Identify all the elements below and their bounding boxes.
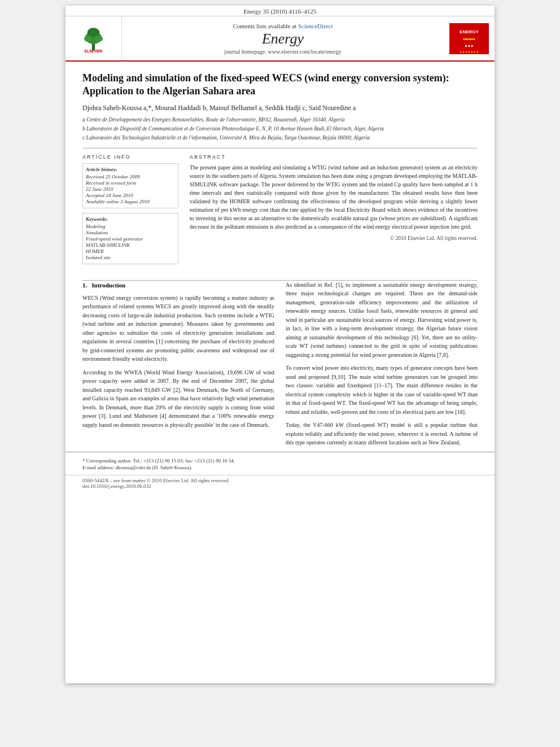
section-divider [82, 148, 478, 148]
copyright-notice: © 2010 Elsevier Ltd. All rights reserved… [190, 234, 478, 242]
journal-center-info: Contents lists available at ScienceDirec… [122, 16, 444, 60]
journal-homepage: journal homepage: www.elsevier.com/locat… [224, 49, 341, 55]
intro-para-2: According to the WWEA (World Wind Energy… [82, 368, 274, 430]
abstract-label: ABSTRACT [190, 154, 478, 160]
intro-heading: 1. Introduction [82, 281, 274, 290]
keywords-box: Keywords: Modeling Simulation Fixed-spee… [82, 213, 178, 264]
corresponding-author-note: * Corresponding author. Tel.: +213 (21) … [82, 458, 478, 464]
affiliations-block: a Centre de Développement des Energies R… [82, 116, 478, 142]
energy-journal-icon: ENERGY ■■■■■■ ■ ■ ■ ▲▲▲▲▲▲▲ [449, 23, 489, 54]
svg-point-4 [84, 36, 93, 42]
sciencedirect-link[interactable]: ScienceDirect [298, 23, 333, 29]
svg-text:ELSEVIER: ELSEVIER [85, 49, 103, 53]
journal-reference-bar: Energy 35 (2010) 4116–4125 [65, 6, 495, 16]
article-history-box: Article history: Received 25 October 200… [82, 163, 178, 208]
keyword-6: Isolated site [86, 255, 175, 260]
authors-line: Djohra Saheb-Koussa a,*, Mourad Haddadi … [82, 104, 478, 112]
svg-text:ENERGY: ENERGY [460, 29, 479, 34]
footnote-area: * Corresponding author. Tel.: +213 (21) … [65, 452, 495, 475]
affiliation-b: b Laboratoire de Dispositif de Communica… [82, 125, 478, 133]
keyword-3: Fixed-speed wind generator [86, 236, 175, 242]
intro-number: 1. [82, 282, 87, 289]
affiliation-a: a Centre de Développement des Energies R… [82, 116, 478, 124]
right-para-3: Today, the V47-660 kW (fixed-speed WT) m… [286, 421, 478, 447]
svg-point-5 [94, 36, 103, 42]
keyword-1: Modeling [86, 224, 175, 229]
body-left-column: 1. Introduction WECS (Wind energy conver… [82, 281, 274, 452]
svg-text:■ ■ ■: ■ ■ ■ [465, 44, 474, 47]
info-abstract-columns: ARTICLE INFO Article history: Received 2… [82, 154, 478, 264]
right-para-2: To convert wind power into electricity, … [286, 364, 478, 416]
contents-available-text: Contents lists available at [233, 23, 298, 29]
available-label: Available online 3 August 2010 [86, 199, 175, 204]
intro-para-1: WECS (Wind energy conversion system) is … [82, 294, 274, 364]
received-date: Received 25 October 2009 [86, 174, 175, 180]
abstract-text: The present paper aims at modeling and s… [190, 163, 478, 242]
email-note: E-mail address: dkoussa@cder.dz (D. Sahe… [82, 465, 478, 470]
journal-header: ELSEVIER Contents lists available at Sci… [65, 16, 495, 62]
doi-text: doi:10.1016/j.energy.2010.06.032 [82, 483, 478, 489]
elsevier-logo-area: ELSEVIER [65, 16, 122, 60]
issn-text: 0360-5442/$ – see front matter © 2010 El… [82, 478, 478, 483]
article-page: Energy 35 (2010) 4116–4125 ELSEVIER C [65, 6, 495, 683]
svg-text:■■■■■■: ■■■■■■ [463, 37, 475, 41]
energy-logo-area: ENERGY ■■■■■■ ■ ■ ■ ▲▲▲▲▲▲▲ [444, 16, 495, 60]
keyword-2: Simulation [86, 230, 175, 235]
body-right-column: As identified in Ref. [5], to implement … [286, 281, 478, 452]
sciencedirect-line: Contents lists available at ScienceDirec… [233, 23, 333, 29]
affiliation-c: c Laboratoire des Technologies Industrie… [82, 134, 478, 142]
body-columns: 1. Introduction WECS (Wind energy conver… [65, 281, 495, 452]
abstract-body: The present paper aims at modeling and s… [190, 164, 478, 230]
intro-title: Introduction [92, 282, 126, 289]
keyword-5: HOMER [86, 248, 175, 254]
elsevier-logo-icon: ELSEVIER [72, 23, 115, 54]
article-header-section: Modeling and simulation of the fixed-spe… [65, 62, 495, 280]
keywords-title: Keywords: [86, 216, 175, 222]
right-para-1: As identified in Ref. [5], to implement … [286, 281, 478, 360]
journal-ref-text: Energy 35 (2010) 4116–4125 [243, 8, 316, 15]
keyword-4: MATLAB-SIMULINK [86, 242, 175, 248]
history-title: Article history: [86, 167, 175, 172]
journal-title: Energy [262, 30, 304, 47]
revised-label: Received in revised form [86, 180, 175, 186]
svg-text:▲▲▲▲▲▲▲: ▲▲▲▲▲▲▲ [460, 50, 479, 53]
abstract-column: ABSTRACT The present paper aims at model… [190, 154, 478, 264]
article-title: Modeling and simulation of the fixed-spe… [82, 72, 478, 98]
issn-line: 0360-5442/$ – see front matter © 2010 El… [65, 475, 495, 491]
revised-date: 22 June 2010 [86, 186, 175, 192]
accepted-label: Accepted 24 June 2010 [86, 193, 175, 198]
article-info-label: ARTICLE INFO [82, 154, 178, 160]
article-info-column: ARTICLE INFO Article history: Received 2… [82, 154, 178, 264]
